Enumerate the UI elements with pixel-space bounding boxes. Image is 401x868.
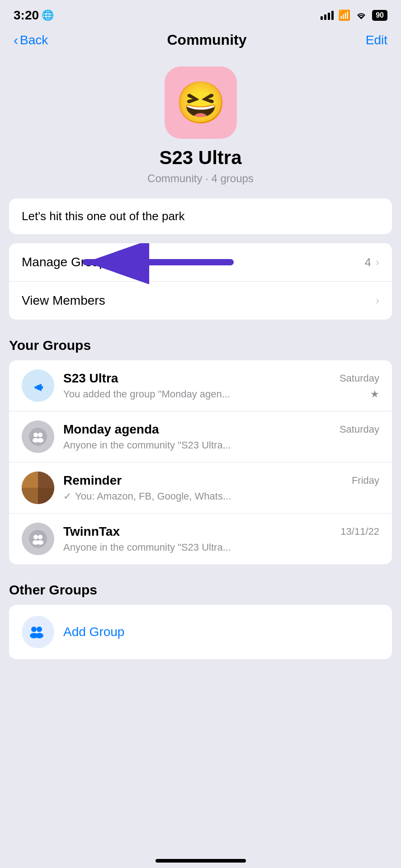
check-icon: ✓ <box>63 491 71 502</box>
group-name: S23 Ultra <box>63 371 118 386</box>
list-item[interactable]: TwinnTax 13/11/22 Anyone in the communit… <box>9 513 392 564</box>
svg-rect-13 <box>22 488 38 504</box>
avatar <box>22 369 54 402</box>
groups-card: S23 Ultra Saturday You added the group "… <box>9 360 392 564</box>
chevron-right-icon-members: › <box>376 294 379 307</box>
photo-avatar <box>22 472 54 504</box>
home-bar <box>156 859 246 863</box>
community-meta: Community · 4 groups <box>147 172 254 185</box>
manage-groups-count: 4 <box>365 255 371 269</box>
group-time: 13/11/22 <box>340 526 379 538</box>
wifi-icon: 📶 <box>338 9 350 21</box>
other-groups-title: Other Groups <box>0 578 401 605</box>
manage-card: Manage Groups 4 › View Members › <box>9 243 392 320</box>
view-members-right: › <box>376 294 379 307</box>
list-item[interactable]: S23 Ultra Saturday You added the group "… <box>9 360 392 411</box>
manage-groups-right: 4 › <box>365 255 379 269</box>
svg-point-24 <box>35 633 43 638</box>
avatar <box>22 420 54 453</box>
add-group-row[interactable]: Add Group <box>9 605 392 659</box>
community-icon: 😆 <box>165 66 237 139</box>
add-group-icon <box>22 616 54 648</box>
group-time: Friday <box>352 475 379 486</box>
svg-point-5 <box>29 428 47 446</box>
group-preview: You: Amazon, FB, Google, Whats... <box>75 491 379 502</box>
wifi-icon-svg <box>355 10 368 20</box>
group-name: TwinnTax <box>63 524 120 539</box>
your-groups-title: Your Groups <box>0 333 401 360</box>
group-preview: Anyone in the community "S23 Ultra... <box>63 542 379 553</box>
group-time: Saturday <box>340 424 379 435</box>
svg-point-7 <box>38 433 42 437</box>
group-preview: You added the group "Monday agen... <box>63 388 367 400</box>
add-group-card: Add Group <box>9 605 392 659</box>
status-icons: 📶 90 <box>321 9 387 21</box>
group-info: Monday agenda Saturday Anyone in the com… <box>63 422 379 451</box>
svg-point-18 <box>38 535 42 539</box>
community-name: S23 Ultra <box>159 147 241 169</box>
chevron-left-icon: ‹ <box>14 33 18 48</box>
group-info: TwinnTax 13/11/22 Anyone in the communit… <box>63 524 379 553</box>
view-members-row[interactable]: View Members › <box>9 281 392 320</box>
add-group-label: Add Group <box>63 625 124 639</box>
back-label: Back <box>20 33 48 47</box>
manage-groups-row[interactable]: Manage Groups 4 › <box>9 243 392 281</box>
megaphone-icon <box>29 377 47 395</box>
group-info: Reminder Friday ✓ You: Amazon, FB, Googl… <box>63 473 379 502</box>
description-card: Let's hit this one out of the park <box>9 198 392 234</box>
group-info: S23 Ultra Saturday You added the group "… <box>63 371 379 400</box>
avatar <box>22 523 54 555</box>
svg-marker-2 <box>35 387 37 388</box>
svg-point-17 <box>33 535 38 539</box>
people-icon <box>29 428 47 446</box>
list-item[interactable]: Monday agenda Saturday Anyone in the com… <box>9 411 392 462</box>
globe-icon: 🌐 <box>42 9 54 21</box>
list-item[interactable]: Reminder Friday ✓ You: Amazon, FB, Googl… <box>9 462 392 513</box>
group-preview: Anyone in the community "S23 Ultra... <box>63 439 379 451</box>
svg-point-21 <box>31 627 37 632</box>
back-button[interactable]: ‹ Back <box>14 33 48 48</box>
status-bar: 3:20 🌐 📶 90 <box>0 0 401 27</box>
view-members-label: View Members <box>22 293 105 308</box>
svg-rect-14 <box>38 488 54 504</box>
community-header: 😆 S23 Ultra Community · 4 groups <box>0 57 401 198</box>
community-emoji: 😆 <box>175 79 226 127</box>
people-icon-2 <box>29 530 47 548</box>
people-plus-icon <box>29 626 47 638</box>
group-name: Reminder <box>63 473 122 488</box>
svg-point-16 <box>29 530 47 548</box>
description-text: Let's hit this one out of the park <box>22 209 185 223</box>
group-time: Saturday <box>340 373 379 384</box>
home-indicator <box>0 851 401 868</box>
status-time: 3:20 🌐 <box>14 8 54 23</box>
svg-point-6 <box>33 433 38 437</box>
star-icon: ★ <box>370 388 379 400</box>
nav-bar: ‹ Back Community Edit <box>0 27 401 57</box>
battery-indicator: 90 <box>372 10 387 21</box>
time-label: 3:20 <box>14 8 39 23</box>
svg-point-9 <box>37 438 43 443</box>
battery-level: 90 <box>376 11 384 19</box>
svg-rect-12 <box>38 472 54 488</box>
svg-rect-11 <box>22 472 38 488</box>
manage-groups-label: Manage Groups <box>22 255 113 269</box>
svg-rect-4 <box>42 386 43 389</box>
edit-button[interactable]: Edit <box>366 33 387 47</box>
page-title: Community <box>167 32 247 48</box>
group-name: Monday agenda <box>63 422 159 437</box>
chevron-right-icon: › <box>376 256 379 269</box>
signal-icon <box>321 11 334 20</box>
svg-point-22 <box>37 627 42 632</box>
avatar <box>22 472 54 504</box>
svg-point-20 <box>37 540 43 545</box>
